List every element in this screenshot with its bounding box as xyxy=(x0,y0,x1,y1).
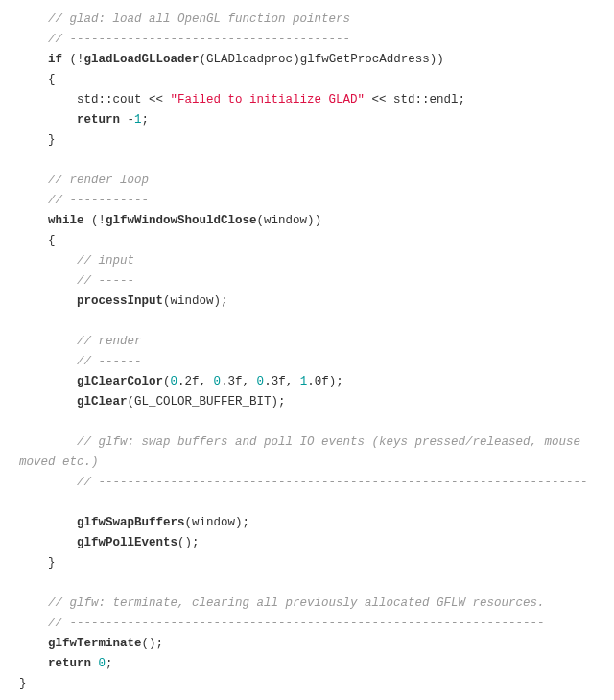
comment: // input xyxy=(77,254,134,268)
brace-open: { xyxy=(48,73,56,86)
comment: // render loop xyxy=(48,174,149,187)
keyword-return: return xyxy=(77,113,120,127)
semi: ; xyxy=(106,657,113,670)
func-glfwTerminate: glfwTerminate xyxy=(48,637,142,650)
cast: (GLADloadproc) xyxy=(200,53,300,66)
number: 1 xyxy=(134,113,142,127)
comment: // ------ xyxy=(77,355,142,368)
number: 0 xyxy=(257,375,265,388)
arg-window: (window); xyxy=(185,516,250,529)
float-suffix: .3f, xyxy=(221,375,257,388)
comment: // glfw: terminate, clearing all previou… xyxy=(48,596,545,610)
brace-close: } xyxy=(48,556,56,570)
comment: // glad: load all OpenGL function pointe… xyxy=(48,12,350,26)
comment: // -------------------------------------… xyxy=(19,476,588,509)
endl: << std::endl; xyxy=(365,93,465,106)
empty-args: (); xyxy=(142,637,164,650)
brace-open: { xyxy=(48,234,56,247)
punct: ( xyxy=(163,375,171,388)
punct: ! xyxy=(77,53,84,66)
number: 0 xyxy=(214,375,222,388)
comment: // -------------------------------------… xyxy=(48,33,350,46)
cout: std::cout << xyxy=(77,93,171,106)
punct: ) xyxy=(315,214,322,227)
comment: // -------------------------------------… xyxy=(48,617,545,630)
punct: ( xyxy=(70,53,78,66)
neg: - xyxy=(128,113,135,127)
arg-window: (window); xyxy=(163,294,228,308)
comment: // ----------- xyxy=(48,194,149,207)
func-glClear: glClear xyxy=(77,395,128,408)
func-gladLoadGLLoader: gladLoadGLLoader xyxy=(84,53,200,66)
keyword-if: if xyxy=(48,53,62,66)
string-literal: "Failed to initialize GLAD" xyxy=(171,93,366,106)
code-block: // glad: load all OpenGL function pointe… xyxy=(0,0,614,700)
func-glfwWindowShouldClose: glfwWindowShouldClose xyxy=(106,214,257,227)
func-glfwSwapBuffers: glfwSwapBuffers xyxy=(77,516,185,529)
punct: ! xyxy=(99,214,106,227)
punct: )) xyxy=(430,53,444,66)
func-glClearColor: glClearColor xyxy=(77,375,163,388)
ident: glfwGetProcAddress xyxy=(300,53,430,66)
func-glfwPollEvents: glfwPollEvents xyxy=(77,536,177,549)
float-suffix: .2f, xyxy=(177,375,214,388)
arg-window: (window) xyxy=(257,214,315,227)
semi: ; xyxy=(142,113,150,127)
float-suffix: .3f, xyxy=(264,375,300,388)
comment: // ----- xyxy=(77,274,134,288)
punct: ( xyxy=(91,214,99,227)
number: 0 xyxy=(99,657,106,670)
keyword-while: while xyxy=(48,214,84,227)
brace-close: } xyxy=(19,677,27,690)
number: 0 xyxy=(171,375,178,388)
comment: // glfw: swap buffers and poll IO events… xyxy=(19,435,588,469)
float-suffix: .0f); xyxy=(307,375,343,388)
empty-args: (); xyxy=(177,536,200,549)
keyword-return: return xyxy=(48,657,91,670)
comment: // render xyxy=(77,335,142,348)
arg: (GL_COLOR_BUFFER_BIT); xyxy=(128,395,286,408)
func-processInput: processInput xyxy=(77,294,163,308)
brace-close: } xyxy=(48,133,56,147)
